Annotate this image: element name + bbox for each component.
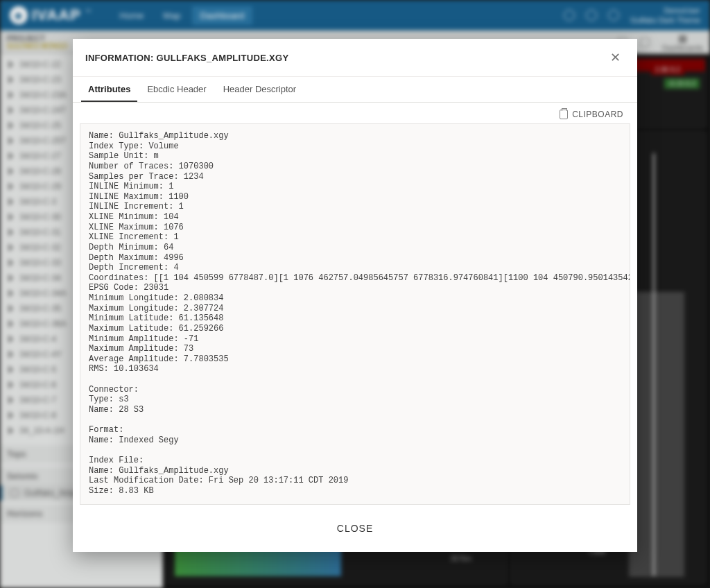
attributes-panel[interactable]: Name: Gullfaks_Amplitude.xgy Index Type:… [80,123,630,505]
modal-header: INFORMATION: GULLFAKS_AMPLITUDE.XGY ✕ [73,39,637,77]
clipboard-icon [560,110,568,119]
modal-tabs: Attributes Ebcdic Header Header Descript… [73,77,637,103]
tab-descriptor[interactable]: Header Descriptor [216,77,304,102]
close-button[interactable]: CLOSE [322,517,388,539]
modal-footer: CLOSE [73,505,637,552]
attributes-text: Name: Gullfaks_Amplitude.xgy Index Type:… [80,124,630,505]
modal-title: INFORMATION: GULLFAKS_AMPLITUDE.XGY [85,53,288,63]
modal-overlay: INFORMATION: GULLFAKS_AMPLITUDE.XGY ✕ At… [0,0,710,588]
clipboard-label: CLIPBOARD [572,110,623,119]
close-icon[interactable]: ✕ [606,49,625,67]
clipboard-row: CLIPBOARD [73,103,637,123]
information-modal: INFORMATION: GULLFAKS_AMPLITUDE.XGY ✕ At… [73,39,637,552]
clipboard-button[interactable]: CLIPBOARD [560,110,623,119]
tab-attributes[interactable]: Attributes [81,77,137,102]
tab-ebcdic[interactable]: Ebcdic Header [140,77,213,102]
